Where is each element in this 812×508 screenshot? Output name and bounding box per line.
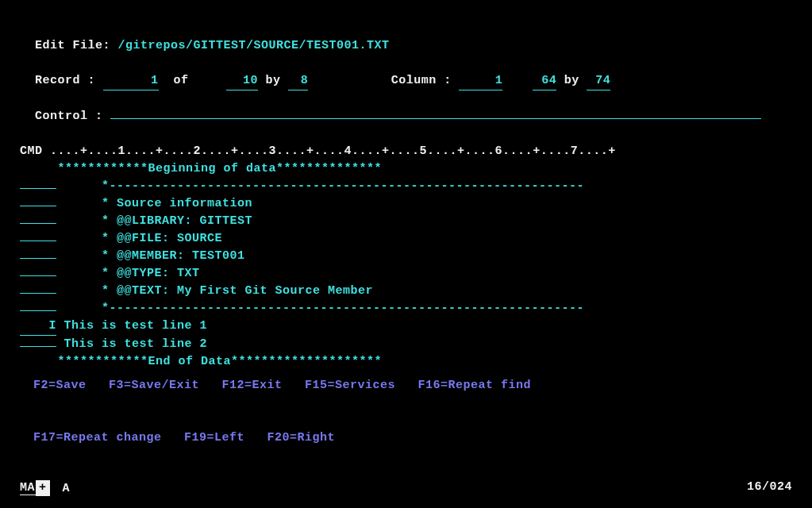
prefix-field[interactable] [20, 241, 56, 241]
beginning-marker: ************Beginning of data***********… [58, 162, 383, 175]
prefix-field[interactable] [20, 258, 56, 259]
fkey-line2[interactable]: F17=Repeat change F19=Left F20=Right [33, 429, 531, 447]
data-row: *---------------------------------------… [20, 300, 792, 318]
data-row: * @@LIBRARY: GITTEST [20, 213, 792, 230]
line-text[interactable]: * @@LIBRARY: GITTEST [102, 214, 252, 228]
prefix-field[interactable] [20, 293, 56, 294]
data-row: I This is test line 1 [20, 318, 792, 336]
by-label: by [266, 74, 281, 87]
status-ma: MA [20, 481, 36, 495]
line-text[interactable]: This is test line 1 [64, 319, 208, 333]
header-control-row: Control : [20, 90, 792, 125]
prefix-field[interactable] [20, 275, 56, 276]
data-row: * @@TEXT: My First Git Source Member [20, 283, 792, 300]
data-row: *---------------------------------------… [20, 178, 792, 195]
data-row: * @@FILE: SOURCE [20, 230, 792, 248]
control-input[interactable] [110, 118, 761, 119]
line-text[interactable]: * @@MEMBER: TEST001 [102, 249, 245, 263]
line-text[interactable]: *---------------------------------------… [102, 302, 584, 315]
col-by-label: by [564, 74, 579, 87]
ruler-row: CMD ....+....1....+....2....+....3....+.… [20, 143, 792, 160]
column-label: Column : [391, 74, 452, 87]
prefix-field[interactable] [20, 188, 56, 189]
data-row: * Source information [20, 195, 792, 213]
cmd-label: CMD [20, 144, 43, 158]
line-text[interactable]: * Source information [102, 197, 252, 210]
file-path: /gitrepos/GITTEST/SOURCE/TEST001.TXT [118, 39, 390, 52]
status-a: A [63, 482, 71, 495]
line-text[interactable]: * @@TEXT: My First Git Source Member [102, 284, 373, 298]
status-bar: MA+A 16/024 [20, 480, 792, 496]
header-record-row: Record : 1 of 10 by 8 Column : 1 64 by 7… [20, 55, 792, 90]
column-value[interactable]: 1 [459, 72, 502, 90]
data-row: * @@TYPE: TXT [20, 265, 792, 283]
record-label: Record : [35, 74, 95, 87]
function-keys: F2=Save F3=Save/Exit F12=Exit F15=Servic… [33, 342, 531, 464]
prefix-field[interactable] [20, 206, 56, 206]
of-label: of [174, 74, 189, 87]
header-title-row: Edit File: /gitrepos/GITTEST/SOURCE/TEST… [20, 20, 792, 55]
prefix-field[interactable]: I [20, 318, 56, 336]
data-row: * @@MEMBER: TEST001 [20, 248, 792, 265]
cursor-position: 16/024 [747, 480, 792, 496]
line-text[interactable]: * @@FILE: SOURCE [102, 232, 222, 245]
fkey-line1[interactable]: F2=Save F3=Save/Exit F12=Exit F15=Servic… [33, 377, 531, 394]
ruler-text: ....+....1....+....2....+....3....+....4… [50, 144, 616, 158]
status-plus: + [36, 480, 50, 496]
edit-file-label: Edit File: [35, 39, 110, 52]
control-label: Control : [35, 110, 103, 123]
by-value[interactable]: 8 [288, 72, 308, 90]
beginning-marker-row: ************Beginning of data***********… [20, 160, 792, 178]
column-from: 64 [533, 72, 556, 90]
record-value[interactable]: 1 [103, 72, 159, 90]
column-to[interactable]: 74 [587, 72, 610, 90]
prefix-field[interactable] [20, 223, 56, 224]
of-value: 10 [226, 72, 258, 90]
line-text[interactable]: *---------------------------------------… [102, 179, 584, 193]
prefix-field[interactable] [20, 310, 56, 311]
line-text[interactable]: * @@TYPE: TXT [102, 267, 200, 280]
